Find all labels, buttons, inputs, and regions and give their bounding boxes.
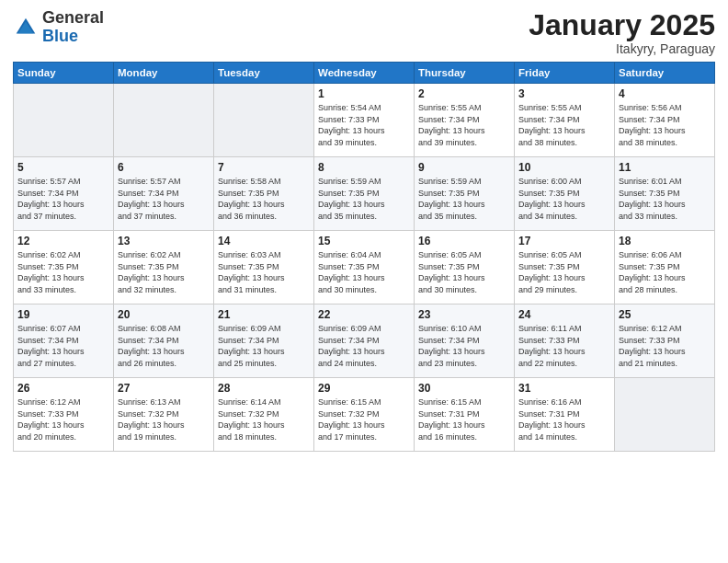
day-number: 30 [418,382,510,395]
day-number: 3 [518,87,610,100]
day-info: Sunrise: 6:12 AM Sunset: 7:33 PM Dayligh… [17,396,109,442]
calendar-cell: 3Sunrise: 5:55 AM Sunset: 7:34 PM Daylig… [515,84,615,157]
day-number: 4 [619,87,711,100]
day-number: 1 [318,87,410,100]
day-info: Sunrise: 6:12 AM Sunset: 7:33 PM Dayligh… [619,323,711,369]
week-row-3: 12Sunrise: 6:02 AM Sunset: 7:35 PM Dayli… [14,231,715,304]
day-info: Sunrise: 5:54 AM Sunset: 7:33 PM Dayligh… [318,102,410,148]
title-block: January 2025 Itakyry, Paraguay [529,9,715,56]
day-info: Sunrise: 5:58 AM Sunset: 7:35 PM Dayligh… [218,176,310,222]
day-info: Sunrise: 6:15 AM Sunset: 7:31 PM Dayligh… [418,396,510,442]
day-info: Sunrise: 5:59 AM Sunset: 7:35 PM Dayligh… [418,176,510,222]
calendar-cell: 24Sunrise: 6:11 AM Sunset: 7:33 PM Dayli… [515,304,615,378]
day-number: 27 [118,382,210,395]
logo-text: General Blue [42,9,104,46]
calendar-cell: 2Sunrise: 5:55 AM Sunset: 7:34 PM Daylig… [415,84,515,157]
day-info: Sunrise: 6:07 AM Sunset: 7:34 PM Dayligh… [17,323,109,369]
day-info: Sunrise: 6:06 AM Sunset: 7:35 PM Dayligh… [619,249,711,295]
day-info: Sunrise: 6:08 AM Sunset: 7:34 PM Dayligh… [118,323,210,369]
day-info: Sunrise: 5:59 AM Sunset: 7:35 PM Dayligh… [318,176,410,222]
day-info: Sunrise: 5:56 AM Sunset: 7:34 PM Dayligh… [619,102,711,148]
day-number: 18 [619,235,711,247]
day-number: 14 [218,235,310,247]
day-info: Sunrise: 6:09 AM Sunset: 7:34 PM Dayligh… [218,323,310,369]
calendar-header: SundayMondayTuesdayWednesdayThursdayFrid… [14,63,715,84]
main-container: General Blue January 2025 Itakyry, Parag… [0,0,728,461]
day-number: 24 [518,308,610,321]
calendar-cell [214,84,314,157]
day-info: Sunrise: 6:02 AM Sunset: 7:35 PM Dayligh… [118,249,210,295]
weekday-header-friday: Friday [515,63,615,84]
day-number: 29 [318,382,410,395]
day-info: Sunrise: 6:14 AM Sunset: 7:32 PM Dayligh… [218,396,310,442]
calendar-cell: 7Sunrise: 5:58 AM Sunset: 7:35 PM Daylig… [214,157,314,231]
day-number: 16 [418,235,510,247]
day-number: 19 [17,308,109,321]
calendar-cell: 9Sunrise: 5:59 AM Sunset: 7:35 PM Daylig… [415,157,515,231]
calendar-body: 1Sunrise: 5:54 AM Sunset: 7:33 PM Daylig… [14,84,715,452]
day-number: 15 [318,235,410,247]
day-info: Sunrise: 5:55 AM Sunset: 7:34 PM Dayligh… [518,102,610,148]
location-subtitle: Itakyry, Paraguay [529,41,715,56]
calendar-cell: 21Sunrise: 6:09 AM Sunset: 7:34 PM Dayli… [214,304,314,378]
calendar-cell: 30Sunrise: 6:15 AM Sunset: 7:31 PM Dayli… [415,378,515,452]
day-info: Sunrise: 6:16 AM Sunset: 7:31 PM Dayligh… [518,396,610,442]
week-row-5: 26Sunrise: 6:12 AM Sunset: 7:33 PM Dayli… [14,378,715,452]
calendar-cell: 1Sunrise: 5:54 AM Sunset: 7:33 PM Daylig… [314,84,415,157]
calendar-cell: 5Sunrise: 5:57 AM Sunset: 7:34 PM Daylig… [14,157,114,231]
calendar-cell: 28Sunrise: 6:14 AM Sunset: 7:32 PM Dayli… [214,378,314,452]
weekday-row: SundayMondayTuesdayWednesdayThursdayFrid… [14,63,715,84]
calendar-cell: 16Sunrise: 6:05 AM Sunset: 7:35 PM Dayli… [415,231,515,304]
week-row-2: 5Sunrise: 5:57 AM Sunset: 7:34 PM Daylig… [14,157,715,231]
logo-icon [13,15,39,40]
day-number: 21 [218,308,310,321]
day-info: Sunrise: 6:03 AM Sunset: 7:35 PM Dayligh… [218,249,310,295]
calendar-cell: 17Sunrise: 6:05 AM Sunset: 7:35 PM Dayli… [515,231,615,304]
day-info: Sunrise: 6:11 AM Sunset: 7:33 PM Dayligh… [518,323,610,369]
day-info: Sunrise: 6:04 AM Sunset: 7:35 PM Dayligh… [318,249,410,295]
calendar-cell: 8Sunrise: 5:59 AM Sunset: 7:35 PM Daylig… [314,157,415,231]
week-row-1: 1Sunrise: 5:54 AM Sunset: 7:33 PM Daylig… [14,84,715,157]
day-number: 10 [518,161,610,174]
day-number: 8 [318,161,410,174]
day-info: Sunrise: 6:05 AM Sunset: 7:35 PM Dayligh… [418,249,510,295]
day-info: Sunrise: 6:13 AM Sunset: 7:32 PM Dayligh… [118,396,210,442]
weekday-header-wednesday: Wednesday [314,63,415,84]
day-number: 17 [518,235,610,247]
calendar-cell: 23Sunrise: 6:10 AM Sunset: 7:34 PM Dayli… [415,304,515,378]
calendar-cell: 6Sunrise: 5:57 AM Sunset: 7:34 PM Daylig… [114,157,214,231]
calendar-cell: 12Sunrise: 6:02 AM Sunset: 7:35 PM Dayli… [14,231,114,304]
day-info: Sunrise: 5:55 AM Sunset: 7:34 PM Dayligh… [418,102,510,148]
week-row-4: 19Sunrise: 6:07 AM Sunset: 7:34 PM Dayli… [14,304,715,378]
header: General Blue January 2025 Itakyry, Parag… [13,9,715,56]
day-number: 20 [118,308,210,321]
day-number: 9 [418,161,510,174]
day-number: 26 [17,382,109,395]
weekday-header-tuesday: Tuesday [214,63,314,84]
day-info: Sunrise: 6:09 AM Sunset: 7:34 PM Dayligh… [318,323,410,369]
day-info: Sunrise: 6:15 AM Sunset: 7:32 PM Dayligh… [318,396,410,442]
day-info: Sunrise: 6:00 AM Sunset: 7:35 PM Dayligh… [518,176,610,222]
day-info: Sunrise: 6:01 AM Sunset: 7:35 PM Dayligh… [619,176,711,222]
day-number: 31 [518,382,610,395]
day-number: 7 [218,161,310,174]
day-number: 13 [118,235,210,247]
weekday-header-sunday: Sunday [14,63,114,84]
calendar-cell: 14Sunrise: 6:03 AM Sunset: 7:35 PM Dayli… [214,231,314,304]
day-info: Sunrise: 5:57 AM Sunset: 7:34 PM Dayligh… [17,176,109,222]
calendar-cell [114,84,214,157]
day-info: Sunrise: 6:02 AM Sunset: 7:35 PM Dayligh… [17,249,109,295]
day-number: 28 [218,382,310,395]
calendar-cell: 11Sunrise: 6:01 AM Sunset: 7:35 PM Dayli… [615,157,715,231]
day-number: 11 [619,161,711,174]
logo-blue: Blue [42,27,78,45]
calendar-cell: 4Sunrise: 5:56 AM Sunset: 7:34 PM Daylig… [615,84,715,157]
weekday-header-thursday: Thursday [415,63,515,84]
calendar-cell: 25Sunrise: 6:12 AM Sunset: 7:33 PM Dayli… [615,304,715,378]
calendar-cell: 18Sunrise: 6:06 AM Sunset: 7:35 PM Dayli… [615,231,715,304]
calendar-cell: 26Sunrise: 6:12 AM Sunset: 7:33 PM Dayli… [14,378,114,452]
calendar-table: SundayMondayTuesdayWednesdayThursdayFrid… [13,62,715,452]
weekday-header-monday: Monday [114,63,214,84]
calendar-cell: 20Sunrise: 6:08 AM Sunset: 7:34 PM Dayli… [114,304,214,378]
calendar-cell [14,84,114,157]
